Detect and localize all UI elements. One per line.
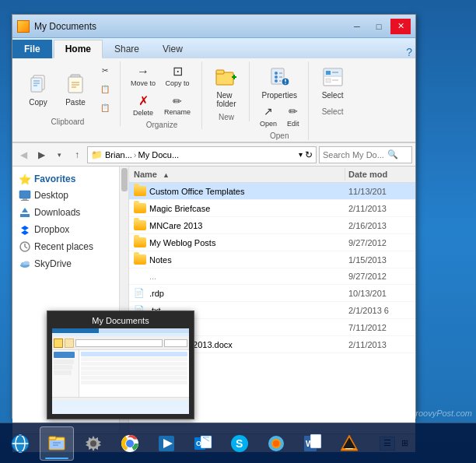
file-row-4-date: 1/15/2013 [345,254,415,266]
tab-home[interactable]: Home [54,40,103,58]
file-row-4-name: Notes [129,253,345,266]
file-row-5-date: 9/27/2012 [345,270,415,282]
svg-rect-13 [216,70,224,74]
dropbox-icon [19,223,31,236]
ribbon-group-open: Properties ↗ Open ✏ Edit Open [251,61,309,140]
up-button[interactable]: ↑ [69,147,85,163]
taskbar-word[interactable]: W [296,426,330,461]
recent-label: Recent places [34,241,93,252]
taskbar-explorer[interactable] [40,426,74,461]
watermark: groovyPost.com [411,409,472,418]
ribbon-group-select: Select Select [310,61,355,116]
thumbnail-popup: My Documents [47,310,194,419]
search-input[interactable] [323,150,385,160]
file-list-header: Name ▲ Date mod [129,167,415,183]
rename-button[interactable]: ✏ Rename [161,93,194,118]
file-row-0-date: 11/13/201 [345,185,415,198]
taskbar-ie[interactable] [3,426,37,461]
properties-label: Properties [261,91,297,100]
tab-file[interactable]: File [12,40,52,58]
address-bar[interactable]: 📁 Brian... › My Docu... ▾ ↻ [87,146,317,163]
paste-shortcut-button[interactable]: 📋 [95,99,115,116]
delete-button[interactable]: ✗ Delete [127,91,159,119]
edit-icon: ✏ [289,105,298,118]
sidebar-item-desktop[interactable]: Desktop [12,187,128,204]
open-button[interactable]: ↗ Open [256,103,281,130]
taskbar-outlook[interactable]: O [186,426,220,461]
ribbon-help-icon[interactable]: ? [406,46,412,58]
recent-button[interactable]: ▾ [51,147,67,163]
select-button[interactable]: Select [315,61,351,103]
select-group-label: Select [322,106,344,116]
taskbar-firefox[interactable] [259,426,293,461]
svg-point-22 [275,79,278,82]
file-row-0[interactable]: Custom Office Templates 11/13/201 [129,183,415,200]
forward-button[interactable]: ▶ [33,147,49,163]
refresh-icon[interactable]: ↻ [305,149,313,160]
breadcrumb-part2: My Docu... [138,150,180,160]
copy-label: Copy [29,98,47,107]
svg-point-18 [275,72,278,75]
taskbar-vlc[interactable] [332,426,366,461]
close-button[interactable]: ✕ [390,19,411,34]
back-button[interactable]: ◀ [16,147,31,163]
sidebar-item-skydrive[interactable]: SkyDrive [12,255,128,272]
ribbon: File Home Share View ? [12,38,415,143]
file-row-3-name: My Weblog Posts [129,236,345,249]
minimize-button[interactable]: ─ [347,19,367,34]
copy-path-button[interactable]: 📋 [95,80,115,97]
tab-share[interactable]: Share [103,40,151,58]
file-row-9-date: 2/11/2013 [345,338,415,351]
copy-to-button[interactable]: ⊡ Copy to [161,61,194,89]
sidebar-item-favorites[interactable]: ⭐ Favorites [12,170,128,187]
tab-view[interactable]: View [151,40,194,58]
copy-icon [26,72,51,96]
desktop-label: Desktop [34,190,68,201]
address-dropdown-icon[interactable]: ▾ [299,150,303,159]
svg-text:S: S [236,437,243,450]
file-row-2[interactable]: MNCare 2013 2/16/2013 [129,217,415,234]
file-row-6[interactable]: 📄 .rdp 10/13/201 [129,285,415,302]
maximize-button[interactable]: □ [369,19,389,34]
paste-button[interactable]: Paste [58,68,93,110]
downloads-icon [19,206,31,219]
folder-icon-1 [134,203,146,213]
taskbar-skype[interactable]: S [222,426,257,461]
svg-point-60 [127,440,133,447]
taskbar-chrome[interactable] [113,426,147,461]
move-to-button[interactable]: → Move to [127,62,159,89]
properties-button[interactable]: Properties [256,61,303,103]
file-icon-6: 📄 [134,288,146,298]
folder-icon-4 [134,254,146,265]
select-icon [320,65,345,89]
svg-rect-64 [201,436,212,448]
paste-shortcut-icon: 📋 [99,101,111,114]
new-folder-button[interactable]: Newfolder [208,61,244,111]
edit-button[interactable]: ✏ Edit [283,103,303,130]
properties-icon [267,65,292,89]
sidebar-item-dropbox[interactable]: Dropbox [12,221,128,238]
cut-button[interactable]: ✂ [95,61,115,79]
file-row-1-name: Magic Briefcase [129,202,345,215]
sidebar-item-downloads[interactable]: Downloads [12,204,128,221]
address-folder-icon: 📁 [91,149,103,160]
thumb-preview[interactable] [52,328,189,414]
recent-icon [19,240,31,253]
taskbar-settings[interactable] [76,426,110,461]
file-row-1[interactable]: Magic Briefcase 2/11/2013 [129,200,415,217]
file-row-5[interactable]: ... 9/27/2012 [129,268,415,285]
new-folder-icon [214,65,239,89]
file-row-3[interactable]: My Weblog Posts 9/27/2012 [129,234,415,251]
sidebar-item-recent[interactable]: Recent places [12,238,128,255]
title-bar-left: My Documents [17,20,96,33]
desktop-icon [19,189,31,202]
search-bar[interactable]: 🔍 [319,146,412,163]
file-row-4[interactable]: Notes 1/15/2013 [129,251,415,268]
ribbon-content: Copy [12,58,415,142]
file-row-1-date: 2/11/2013 [345,202,415,215]
copy-button[interactable]: Copy [20,68,56,110]
taskbar-media[interactable] [149,426,184,461]
taskbar: O S W [0,423,476,463]
downloads-label: Downloads [34,207,80,218]
svg-rect-31 [326,71,331,75]
